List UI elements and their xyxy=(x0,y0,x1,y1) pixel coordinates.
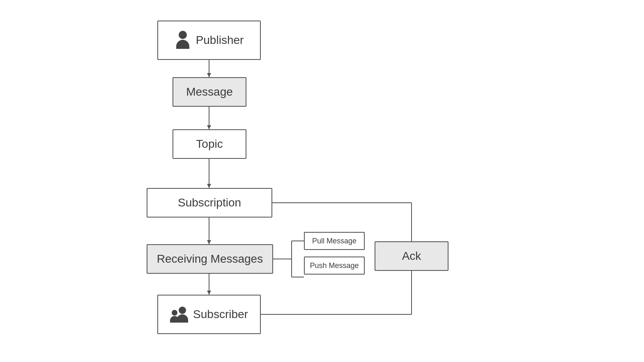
person-lg-head xyxy=(179,307,186,314)
person-head xyxy=(179,31,187,39)
ack-node: Ack xyxy=(375,241,448,271)
publisher-person-icon xyxy=(175,31,191,50)
publisher-node: Publisher xyxy=(157,21,261,60)
svg-marker-7 xyxy=(207,240,211,244)
push-label: Push Message xyxy=(310,261,359,270)
pull-label: Pull Message xyxy=(312,237,356,245)
person-body xyxy=(176,40,189,49)
svg-marker-5 xyxy=(207,184,211,188)
svg-marker-9 xyxy=(207,291,211,295)
diagram-container: Publisher Message Topic Subscription Rec… xyxy=(0,0,644,362)
publisher-label: Publisher xyxy=(196,34,244,47)
subscriber-label: Subscriber xyxy=(193,308,248,321)
topic-label: Topic xyxy=(196,137,223,151)
subscriber-icon-area: Subscriber xyxy=(170,307,248,323)
push-message-node: Push Message xyxy=(304,257,365,275)
subscriber-people-icon xyxy=(170,307,188,323)
ack-label: Ack xyxy=(402,250,421,263)
subscription-label: Subscription xyxy=(178,196,241,209)
person-sm-body xyxy=(170,316,179,323)
pull-message-node: Pull Message xyxy=(304,232,365,250)
topic-node: Topic xyxy=(172,129,246,159)
svg-marker-3 xyxy=(207,125,211,129)
receiving-label: Receiving Messages xyxy=(157,252,263,266)
person-sm-head xyxy=(172,310,177,316)
receiving-messages-node: Receiving Messages xyxy=(147,244,273,274)
publisher-icon-area: Publisher xyxy=(175,31,244,50)
subscription-node: Subscription xyxy=(147,188,272,218)
diagram-svg xyxy=(0,0,644,362)
person-small xyxy=(170,310,179,323)
subscriber-node: Subscriber xyxy=(157,295,261,334)
message-label: Message xyxy=(186,85,233,99)
svg-marker-1 xyxy=(207,73,211,77)
message-node: Message xyxy=(172,77,246,107)
